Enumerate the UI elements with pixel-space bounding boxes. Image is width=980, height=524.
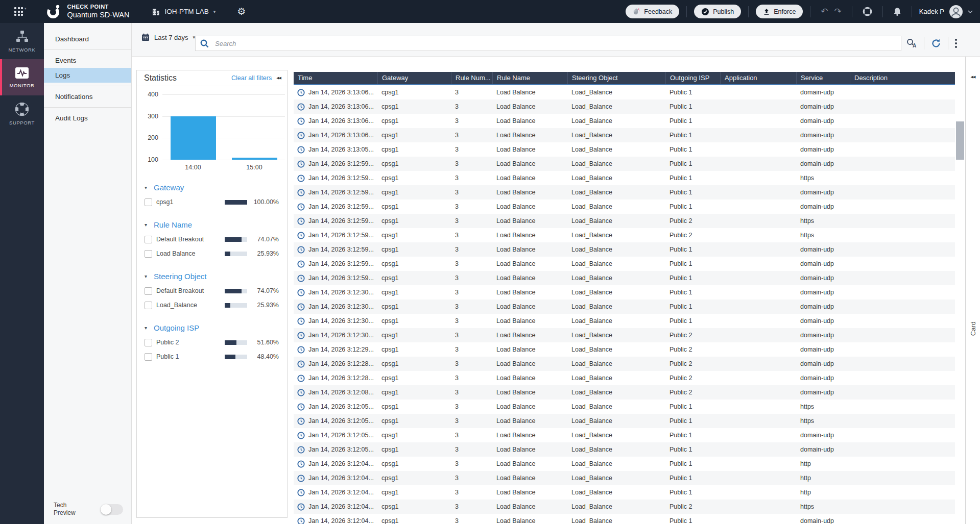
column-header-rule-name[interactable]: Rule Name [492, 72, 567, 84]
tech-preview-toggle[interactable] [101, 504, 123, 515]
table-row[interactable]: Jan 14, 2026 3:13:06...cpsg13Load Balanc… [294, 99, 955, 114]
time-text: Jan 14, 2026 3:12:59... [308, 275, 374, 282]
nav-item-network[interactable]: NETWORK [0, 23, 44, 59]
table-row[interactable]: Jan 14, 2026 3:13:05...cpsg13Load Balanc… [294, 142, 955, 157]
nav-item-support[interactable]: SUPPORT [0, 95, 44, 132]
redo-icon[interactable]: ↷ [831, 7, 845, 16]
column-header-gateway[interactable]: Gateway [377, 72, 451, 84]
tenant-selector[interactable]: IOH-PTM LAB ▾ [152, 8, 216, 16]
table-row[interactable]: Jan 14, 2026 3:12:05...cpsg13Load Balanc… [294, 442, 955, 457]
collapse-triangle-icon[interactable]: ▾ [145, 222, 147, 228]
column-header-steering-object[interactable]: Steering Object [567, 72, 665, 84]
expand-card-panel-icon[interactable]: ◀◀ [966, 75, 980, 79]
table-row[interactable]: Jan 14, 2026 3:12:59...cpsg13Load Balanc… [294, 171, 955, 185]
table-row[interactable]: Jan 14, 2026 3:12:59...cpsg13Load Balanc… [294, 214, 955, 228]
table-row[interactable]: Jan 14, 2026 3:12:59...cpsg13Load Balanc… [294, 157, 955, 171]
collapse-triangle-icon[interactable]: ▾ [145, 185, 147, 190]
card-panel-tab[interactable]: Card [969, 321, 977, 336]
checkbox[interactable] [145, 287, 152, 295]
y-axis-tick-label: 300 [137, 113, 158, 120]
table-row[interactable]: Jan 14, 2026 3:13:06...cpsg13Load Balanc… [294, 114, 955, 128]
table-row[interactable]: Jan 14, 2026 3:12:04...cpsg13Load Balanc… [294, 457, 955, 471]
collapse-triangle-icon[interactable]: ▾ [145, 325, 147, 331]
filter-item-default-breakout: Default Breakout74.07% [137, 232, 287, 246]
filter-item-label: Load_Balance [156, 302, 225, 309]
search-input[interactable] [195, 36, 901, 51]
column-header-time[interactable]: Time [294, 72, 377, 84]
filter-item-public-2: Public 251.60% [137, 335, 287, 350]
cell-service: domain-udp [796, 317, 850, 325]
app-grid-icon[interactable]: ▾ [14, 7, 27, 16]
sidebar-item-audit-logs[interactable]: Audit Logs [44, 111, 131, 126]
table-row[interactable]: Jan 14, 2026 3:12:28...cpsg13Load Balanc… [294, 357, 955, 371]
vertical-scrollbar-thumb[interactable] [956, 121, 964, 160]
publish-button[interactable]: Publish [694, 5, 741, 18]
cell-gateway: cpsg1 [377, 289, 451, 296]
column-header-service[interactable]: Service [796, 72, 850, 84]
table-row[interactable]: Jan 14, 2026 3:12:30...cpsg13Load Balanc… [294, 285, 955, 300]
table-row[interactable]: Jan 14, 2026 3:12:29...cpsg13Load Balanc… [294, 342, 955, 357]
column-header-description[interactable]: Description [850, 72, 955, 84]
table-row[interactable]: Jan 14, 2026 3:12:59...cpsg13Load Balanc… [294, 242, 955, 257]
clear-all-filters-link[interactable]: Clear all filters [231, 74, 272, 82]
cell-rule-num: 3 [451, 375, 492, 382]
table-row[interactable]: Jan 14, 2026 3:12:05...cpsg13Load Balanc… [294, 428, 955, 442]
user-menu[interactable]: Kadek P [919, 5, 973, 19]
sidebar-item-logs[interactable]: Logs [44, 68, 131, 83]
table-row[interactable]: Jan 14, 2026 3:13:06...cpsg13Load Balanc… [294, 128, 955, 142]
table-row[interactable]: Jan 14, 2026 3:12:04...cpsg13Load Balanc… [294, 514, 955, 524]
feedback-button[interactable]: Feedback [626, 5, 679, 18]
column-header-rule-num[interactable]: Rule Num... [451, 72, 492, 84]
checkbox[interactable] [145, 198, 152, 206]
sidebar-item-events[interactable]: Events [44, 53, 131, 68]
time-range-selector[interactable]: Last 7 days ▾ [141, 30, 195, 45]
cell-outgoing-isp: Public 1 [665, 189, 720, 196]
notifications-bell-icon[interactable] [890, 7, 904, 16]
checkbox[interactable] [145, 302, 152, 309]
table-row[interactable]: Jan 14, 2026 3:12:05...cpsg13Load Balanc… [294, 400, 955, 414]
x-axis-tick-label: 15:00 [224, 164, 285, 171]
cell-outgoing-isp: Public 2 [665, 217, 720, 224]
column-header-application[interactable]: Application [720, 72, 796, 84]
table-row[interactable]: Jan 14, 2026 3:12:04...cpsg13Load Balanc… [294, 471, 955, 485]
cell-rule-num: 3 [451, 174, 492, 182]
cell-steering-object: Load_Balance [567, 132, 665, 139]
undo-icon[interactable]: ↶ [818, 7, 831, 16]
enforce-button[interactable]: Enforce [756, 5, 803, 18]
table-row[interactable]: Jan 14, 2026 3:13:06...cpsg13Load Balanc… [294, 85, 955, 99]
checkbox[interactable] [145, 236, 152, 243]
gear-icon[interactable]: ⚙ [237, 7, 246, 16]
cell-time: Jan 14, 2026 3:12:59... [294, 275, 377, 282]
cell-steering-object: Load_Balance [567, 246, 665, 253]
search-query-syntax-icon[interactable]: A [906, 38, 917, 48]
collapse-triangle-icon[interactable]: ▾ [145, 273, 147, 279]
checkbox[interactable] [145, 353, 152, 361]
table-row[interactable]: Jan 14, 2026 3:12:59...cpsg13Load Balanc… [294, 199, 955, 214]
refresh-icon[interactable] [931, 38, 941, 48]
table-row[interactable]: Jan 14, 2026 3:12:30...cpsg13Load Balanc… [294, 328, 955, 342]
column-header-outgoing-isp[interactable]: Outgoing ISP [665, 72, 720, 84]
sidebar-item-dashboard[interactable]: Dashboard [44, 32, 131, 46]
table-row[interactable]: Jan 14, 2026 3:12:04...cpsg13Load Balanc… [294, 485, 955, 500]
table-row[interactable]: Jan 14, 2026 3:12:30...cpsg13Load Balanc… [294, 300, 955, 314]
table-row[interactable]: Jan 14, 2026 3:12:59...cpsg13Load Balanc… [294, 271, 955, 285]
table-row[interactable]: Jan 14, 2026 3:12:59...cpsg13Load Balanc… [294, 185, 955, 199]
cell-rule-name: Load Balance [492, 203, 567, 210]
table-row[interactable]: Jan 14, 2026 3:12:04...cpsg13Load Balanc… [294, 500, 955, 514]
sidebar-item-notifications[interactable]: Notifications [44, 89, 131, 104]
table-row[interactable]: Jan 14, 2026 3:12:05...cpsg13Load Balanc… [294, 414, 955, 428]
table-row[interactable]: Jan 14, 2026 3:12:59...cpsg13Load Balanc… [294, 257, 955, 271]
table-row[interactable]: Jan 14, 2026 3:12:30...cpsg13Load Balanc… [294, 314, 955, 328]
x-axis-tick-label: 14:00 [162, 164, 224, 171]
checkbox[interactable] [145, 339, 152, 346]
table-row[interactable]: Jan 14, 2026 3:12:59...cpsg13Load Balanc… [294, 228, 955, 242]
collapse-panel-icon[interactable]: ◀◀ [276, 76, 281, 80]
kebab-menu-icon[interactable] [955, 39, 957, 48]
help-lifering-icon[interactable] [859, 7, 875, 16]
checkbox[interactable] [145, 250, 152, 258]
percentage-bar-fill [225, 237, 242, 242]
table-row[interactable]: Jan 14, 2026 3:12:08...cpsg13Load Balanc… [294, 385, 955, 400]
percentage-bar [225, 200, 247, 205]
nav-item-monitor[interactable]: MONITOR [0, 59, 44, 95]
table-row[interactable]: Jan 14, 2026 3:12:28...cpsg13Load Balanc… [294, 371, 955, 385]
